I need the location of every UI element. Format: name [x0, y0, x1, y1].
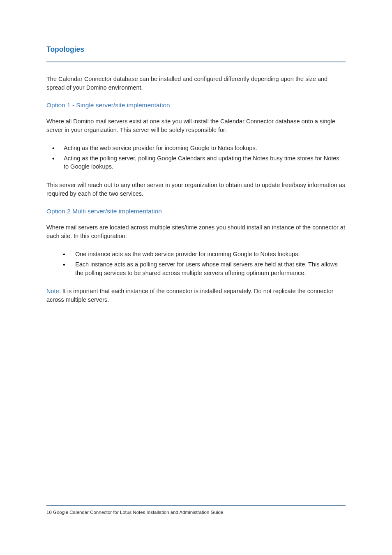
- footer-rule: [46, 505, 346, 506]
- footer-text: 10 Google Calendar Connector for Lotus N…: [46, 510, 346, 515]
- footer-title: Google Calendar Connector for Lotus Note…: [52, 510, 223, 515]
- page-footer: 10 Google Calendar Connector for Lotus N…: [46, 505, 346, 515]
- list-item: Acting as the polling server, polling Go…: [46, 154, 346, 171]
- intro-paragraph: The Calendar Connector database can be i…: [46, 75, 346, 92]
- option1-heading: Option 1 - Single server/site implementa…: [46, 102, 346, 109]
- list-item: Each instance acts as a polling server f…: [46, 260, 346, 277]
- page-content: Topologies The Calendar Connector databa…: [46, 45, 346, 314]
- option2-bullets: One instance acts as the web service pro…: [46, 250, 346, 277]
- option1-bullets: Acting as the web service provider for i…: [46, 144, 346, 171]
- option1-trail: This server will reach out to any other …: [46, 181, 346, 198]
- section-heading: Topologies: [46, 45, 346, 54]
- heading-rule: [46, 61, 346, 62]
- note-text: It is important that each instance of th…: [46, 288, 334, 303]
- note-paragraph: Note: It is important that each instance…: [46, 287, 346, 304]
- option1-lead: Where all Domino mail servers exist at o…: [46, 117, 346, 134]
- list-item: Acting as the web service provider for i…: [46, 144, 346, 153]
- list-item: One instance acts as the web service pro…: [46, 250, 346, 259]
- option2-heading: Option 2 Multi server/site implementatio…: [46, 208, 346, 215]
- note-label: Note:: [46, 288, 61, 294]
- page-number: 10: [46, 510, 52, 515]
- option2-lead: Where mail servers are located across mu…: [46, 223, 346, 240]
